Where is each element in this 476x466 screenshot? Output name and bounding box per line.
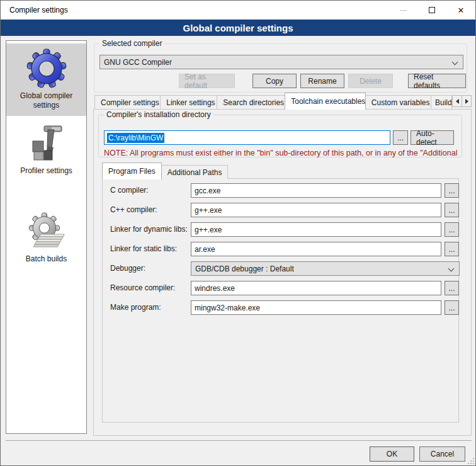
selected-compiler-legend: Selected compiler — [99, 39, 164, 48]
field-label: C++ compiler: — [110, 205, 157, 214]
close-icon: ✕ — [458, 6, 465, 14]
c-compiler-browse-button[interactable]: ... — [445, 183, 459, 198]
arrow-right-icon — [465, 99, 468, 104]
toolchain-subtabstrip: Program Files Additional Paths — [102, 162, 227, 179]
delete-button[interactable]: Delete — [348, 74, 393, 88]
field-label: Make program: — [110, 303, 161, 312]
ok-label: OK — [387, 450, 397, 458]
ok-button[interactable]: OK — [370, 446, 414, 462]
tab-label: Search directories — [223, 98, 284, 107]
set-as-default-button[interactable]: Set as default — [179, 74, 235, 88]
rename-button[interactable]: Rename — [300, 74, 344, 88]
dialog-banner: Global compiler settings — [1, 20, 475, 36]
subtab-additional-paths[interactable]: Additional Paths — [161, 165, 229, 179]
resize-grip-icon[interactable] — [467, 457, 474, 464]
field-label: Linker for static libs: — [110, 244, 177, 253]
cancel-button[interactable]: Cancel — [419, 446, 465, 462]
program-files-panel: C compiler: ... C++ compiler: ... Linker… — [102, 178, 459, 423]
settings-tabstrip: Compiler settings Linker settings Search… — [94, 93, 472, 109]
subtab-label: Additional Paths — [167, 168, 222, 177]
ellipsis-label: ... — [397, 134, 404, 142]
installation-directory-browse-button[interactable]: ... — [393, 130, 408, 145]
reset-defaults-label: Reset defaults — [414, 72, 460, 90]
cpp-compiler-input[interactable] — [191, 203, 441, 217]
copy-button[interactable]: Copy — [252, 74, 297, 88]
maximize-icon — [429, 7, 435, 13]
field-label: C compiler: — [110, 186, 149, 195]
sidebar-item-label: Batch builds — [6, 254, 86, 269]
blue-gear-icon — [26, 48, 67, 89]
gray-gear-stack-icon — [26, 212, 67, 252]
linker-static-input[interactable] — [191, 242, 441, 256]
tab-label: Linker settings — [166, 98, 215, 107]
auto-detect-button[interactable]: Auto-detect — [411, 130, 454, 145]
bin-subdirectory-note: NOTE: All programs must exist either in … — [104, 149, 458, 157]
tab-build-options[interactable]: Build options — [431, 95, 452, 109]
set-as-default-label: Set as default — [184, 72, 229, 90]
ellipsis-label: ... — [448, 304, 455, 312]
linker-dynamic-browse-button[interactable]: ... — [445, 222, 459, 237]
installation-directory-input[interactable]: C:\raylib\MinGW — [104, 130, 390, 145]
tab-linker-settings[interactable]: Linker settings — [160, 95, 217, 109]
field-row-resource-compiler: Resource compiler: ... — [103, 281, 458, 295]
compiler-settings-dialog: Compiler settings ✕ Global compiler sett… — [0, 0, 476, 466]
ellipsis-label: ... — [448, 284, 455, 293]
field-label: Linker for dynamic libs: — [110, 225, 188, 234]
cancel-label: Cancel — [431, 450, 454, 458]
minimize-button[interactable] — [388, 1, 417, 20]
footer-divider — [6, 440, 472, 441]
tab-toolchain-executables[interactable]: Toolchain executables — [285, 93, 366, 110]
tab-scroll-right-button[interactable] — [462, 95, 472, 107]
auto-detect-label: Auto-detect — [416, 129, 448, 147]
tab-scroll-left-button[interactable] — [452, 95, 462, 107]
tab-compiler-settings[interactable]: Compiler settings — [94, 95, 161, 109]
make-program-input[interactable] — [191, 300, 441, 315]
installation-directory-value: C:\raylib\MinGW — [107, 133, 164, 143]
field-label: Resource compiler: — [110, 283, 175, 292]
window-controls: ✕ — [388, 1, 475, 20]
tab-search-directories[interactable]: Search directories — [217, 95, 285, 109]
sidebar-item-batch-builds[interactable]: Batch builds — [6, 207, 86, 276]
debugger-select[interactable]: GDB/CDB debugger : Default — [191, 261, 460, 276]
tab-label: Build options — [435, 98, 452, 107]
field-row-c-compiler: C compiler: ... — [103, 183, 458, 198]
sidebar-item-label: Profiler settings — [6, 166, 86, 181]
window-title: Compiler settings — [9, 6, 68, 14]
toolchain-executables-page: Compiler's installation directory C:\ray… — [93, 109, 472, 436]
installation-directory-legend: Compiler's installation directory — [104, 110, 213, 119]
c-compiler-input[interactable] — [191, 183, 441, 198]
settings-category-list: Global compiler settings Profiler settin… — [6, 40, 87, 434]
reset-defaults-button[interactable]: Reset defaults — [408, 74, 466, 88]
selected-compiler-group: Selected compiler GNU GCC Compiler Set a… — [94, 43, 467, 93]
subtab-label: Program Files — [108, 167, 156, 176]
field-row-make-program: Make program: ... — [103, 300, 458, 315]
close-button[interactable]: ✕ — [446, 1, 475, 20]
field-row-linker-static: Linker for static libs: ... — [103, 242, 458, 256]
chevron-down-icon — [448, 266, 455, 272]
field-label: Debugger: — [110, 264, 145, 273]
linker-static-browse-button[interactable]: ... — [445, 242, 459, 256]
field-row-linker-dynamic: Linker for dynamic libs: ... — [103, 222, 458, 237]
field-row-debugger: Debugger: GDB/CDB debugger : Default — [103, 261, 458, 276]
maximize-button[interactable] — [417, 1, 446, 20]
compiler-select-value: GNU GCC Compiler — [104, 58, 172, 67]
ellipsis-label: ... — [448, 245, 455, 254]
installation-directory-group: Compiler's installation directory C:\ray… — [98, 115, 462, 157]
tab-custom-variables[interactable]: Custom variables — [365, 95, 431, 109]
compiler-select[interactable]: GNU GCC Compiler — [99, 55, 463, 69]
caliper-icon — [26, 123, 67, 164]
make-program-browse-button[interactable]: ... — [445, 300, 459, 315]
minimize-icon — [400, 10, 407, 11]
sidebar-item-global-compiler-settings[interactable]: Global compiler settings — [6, 43, 86, 116]
linker-dynamic-input[interactable] — [191, 222, 441, 237]
resource-compiler-browse-button[interactable]: ... — [445, 281, 459, 295]
delete-label: Delete — [360, 77, 382, 86]
subtab-program-files[interactable]: Program Files — [102, 162, 162, 179]
resource-compiler-input[interactable] — [191, 281, 441, 295]
tab-scroll-buttons — [453, 95, 472, 109]
cpp-compiler-browse-button[interactable]: ... — [445, 203, 459, 217]
sidebar-item-profiler-settings[interactable]: Profiler settings — [6, 118, 86, 193]
ellipsis-label: ... — [448, 186, 455, 195]
debugger-select-value: GDB/CDB debugger : Default — [195, 264, 294, 273]
tab-label: Compiler settings — [101, 98, 159, 107]
